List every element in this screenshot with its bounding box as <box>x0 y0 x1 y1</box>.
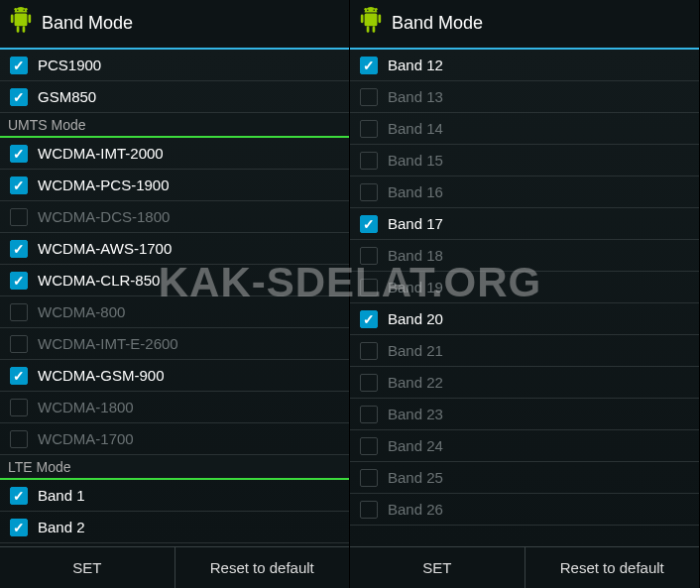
checkbox[interactable] <box>360 152 378 170</box>
checkbox[interactable] <box>10 88 28 106</box>
svg-rect-2 <box>15 14 28 27</box>
section-header: UMTS Mode <box>0 113 349 138</box>
band-label: WCDMA-CLR-850 <box>38 272 160 289</box>
band-label: Band 23 <box>388 406 443 422</box>
band-row[interactable]: Band 20 <box>350 303 699 335</box>
band-list[interactable]: Band 12Band 13Band 14Band 15Band 16Band … <box>350 50 699 546</box>
reset-button[interactable]: Reset to default <box>525 547 700 588</box>
checkbox[interactable] <box>360 342 378 360</box>
band-label: WCDMA-DCS-1800 <box>38 208 170 225</box>
checkbox[interactable] <box>360 437 378 455</box>
page-title: Band Mode <box>392 13 483 34</box>
band-row[interactable]: Band 14 <box>350 113 699 145</box>
band-row[interactable]: WCDMA-IMT-2000 <box>0 138 349 170</box>
checkbox[interactable] <box>360 406 378 423</box>
header: Band Mode <box>0 0 349 50</box>
checkbox[interactable] <box>360 469 378 487</box>
svg-point-8 <box>23 10 24 12</box>
band-row[interactable]: PCS1900 <box>0 50 349 81</box>
checkbox[interactable] <box>10 335 28 353</box>
checkbox[interactable] <box>360 88 378 106</box>
band-row[interactable]: Band 12 <box>350 50 699 81</box>
band-row[interactable]: WCDMA-GSM-900 <box>0 360 349 392</box>
band-row[interactable]: Band 15 <box>350 145 699 176</box>
band-row[interactable]: WCDMA-CLR-850 <box>0 265 349 296</box>
band-row[interactable]: WCDMA-1800 <box>0 392 349 423</box>
svg-rect-5 <box>17 26 20 32</box>
band-label: WCDMA-IMT-E-2600 <box>38 335 178 352</box>
checkbox[interactable] <box>360 374 378 392</box>
band-row[interactable]: Band 17 <box>350 208 699 240</box>
checkbox[interactable] <box>360 183 378 201</box>
band-row[interactable]: WCDMA-IMT-E-2600 <box>0 328 349 360</box>
band-label: Band 1 <box>38 487 85 504</box>
band-row[interactable]: Band 13 <box>350 81 699 113</box>
band-row[interactable]: WCDMA-1700 <box>0 423 349 455</box>
svg-rect-4 <box>29 15 32 24</box>
band-row[interactable]: WCDMA-DCS-1800 <box>0 201 349 233</box>
band-label: PCS1900 <box>38 57 101 73</box>
band-label: Band 16 <box>388 183 443 200</box>
band-row[interactable]: Band 19 <box>350 272 699 303</box>
band-row[interactable]: Band 1 <box>0 480 349 512</box>
band-row[interactable]: Band 25 <box>350 462 699 494</box>
set-button[interactable]: SET <box>350 547 525 588</box>
checkbox[interactable] <box>10 176 28 194</box>
header: Band Mode <box>350 0 699 50</box>
band-label: WCDMA-GSM-900 <box>38 367 165 384</box>
band-label: Band 22 <box>388 374 443 391</box>
band-label: Band 21 <box>388 342 443 359</box>
band-row[interactable]: WCDMA-AWS-1700 <box>0 233 349 265</box>
android-icon <box>358 6 392 40</box>
checkbox[interactable] <box>360 501 378 519</box>
band-label: Band 25 <box>388 469 443 486</box>
svg-rect-15 <box>373 26 376 32</box>
band-label: WCDMA-800 <box>38 303 125 320</box>
checkbox[interactable] <box>360 279 378 296</box>
set-button[interactable]: SET <box>0 547 175 588</box>
checkbox[interactable] <box>360 57 378 74</box>
band-row[interactable]: GSM850 <box>0 81 349 113</box>
section-header: LTE Mode <box>0 455 349 480</box>
band-label: Band 20 <box>388 310 443 327</box>
band-label: WCDMA-PCS-1900 <box>38 176 170 193</box>
checkbox[interactable] <box>10 57 28 74</box>
band-row[interactable]: WCDMA-PCS-1900 <box>0 170 349 201</box>
checkbox[interactable] <box>360 247 378 265</box>
checkbox[interactable] <box>10 399 28 416</box>
checkbox[interactable] <box>360 310 378 328</box>
band-row[interactable]: Band 18 <box>350 240 699 272</box>
checkbox[interactable] <box>10 145 28 163</box>
reset-button[interactable]: Reset to default <box>175 547 350 588</box>
svg-rect-14 <box>367 26 370 32</box>
panel-left: Band Mode PCS1900GSM850UMTS ModeWCDMA-IM… <box>0 0 350 588</box>
footer: SET Reset to default <box>0 546 349 588</box>
band-list[interactable]: PCS1900GSM850UMTS ModeWCDMA-IMT-2000WCDM… <box>0 50 349 546</box>
svg-point-16 <box>367 10 369 12</box>
band-row[interactable]: Band 16 <box>350 176 699 208</box>
checkbox[interactable] <box>10 367 28 385</box>
band-row[interactable]: Band 26 <box>350 494 699 526</box>
band-row[interactable]: Band 24 <box>350 430 699 462</box>
checkbox[interactable] <box>10 430 28 448</box>
checkbox[interactable] <box>360 120 378 138</box>
band-row[interactable]: WCDMA-800 <box>0 296 349 328</box>
checkbox[interactable] <box>10 272 28 290</box>
band-row[interactable]: Band 21 <box>350 335 699 367</box>
checkbox[interactable] <box>360 215 378 233</box>
band-row[interactable]: Band 23 <box>350 399 699 430</box>
checkbox[interactable] <box>10 487 28 505</box>
checkbox[interactable] <box>10 208 28 226</box>
svg-rect-6 <box>23 26 26 32</box>
svg-point-7 <box>17 10 19 12</box>
footer: SET Reset to default <box>350 546 699 588</box>
band-label: Band 24 <box>388 437 443 454</box>
checkbox[interactable] <box>10 519 28 536</box>
band-row[interactable]: Band 2 <box>0 512 349 543</box>
checkbox[interactable] <box>10 303 28 321</box>
band-label: WCDMA-AWS-1700 <box>38 240 172 257</box>
checkbox[interactable] <box>10 240 28 258</box>
band-label: WCDMA-1700 <box>38 430 134 447</box>
band-label: GSM850 <box>38 88 96 105</box>
band-row[interactable]: Band 22 <box>350 367 699 399</box>
